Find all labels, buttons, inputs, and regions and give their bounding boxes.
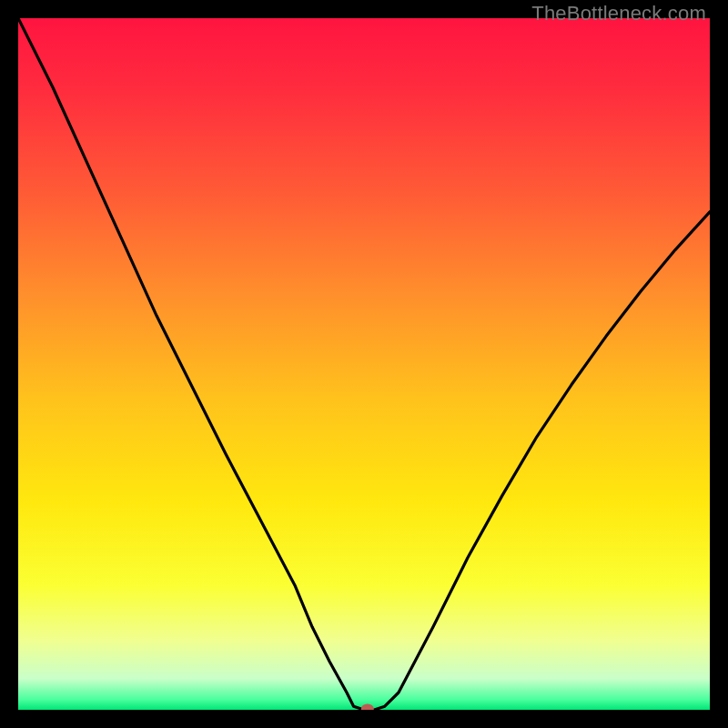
bottleneck-chart (18, 18, 710, 710)
plot-area (18, 18, 710, 710)
chart-container: TheBottleneck.com (0, 0, 728, 728)
gradient-background (18, 18, 710, 710)
watermark-text: TheBottleneck.com (531, 2, 706, 25)
